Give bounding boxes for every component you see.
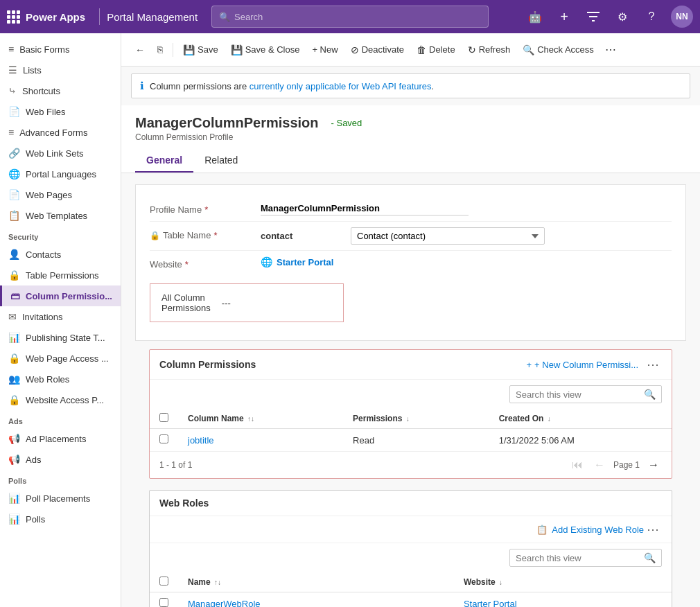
sidebar: ≡ Basic Forms ☰ Lists ⤷ Shortcuts 📄 Web …: [0, 33, 121, 607]
filter-icon[interactable]: [584, 7, 603, 26]
back-icon: ←: [135, 44, 145, 55]
sidebar-item-label: Polls: [26, 514, 45, 525]
prev-page-button[interactable]: ←: [591, 457, 608, 473]
sidebar-item-polls[interactable]: 📊 Polls: [0, 509, 121, 529]
web-roles-actions: 📋 Add Existing Web Role ⋯: [150, 516, 672, 543]
col-header-created-on[interactable]: Created On ↓: [489, 409, 672, 429]
app-grid-button[interactable]: [7, 10, 20, 24]
portal-name: Portal Management: [107, 11, 198, 23]
forward-icon: ⎘: [157, 44, 163, 55]
column-permissions-more[interactable]: ⋯: [644, 357, 662, 372]
sidebar-item-ad-placements[interactable]: 📢 Ad Placements: [0, 428, 121, 449]
avatar[interactable]: NN: [671, 6, 693, 28]
add-icon[interactable]: +: [554, 7, 574, 26]
shortcuts-icon: ⤷: [8, 85, 17, 96]
deactivate-button[interactable]: ⊘ Deactivate: [345, 41, 410, 59]
sidebar-item-table-permissions[interactable]: 🔒 Table Permissions: [0, 265, 121, 285]
next-page-button[interactable]: →: [645, 457, 662, 473]
sidebar-item-web-roles[interactable]: 👥 Web Roles: [0, 369, 121, 389]
sidebar-item-portal-languages[interactable]: 🌐 Portal Languages: [0, 164, 121, 184]
column-permissions-search-box[interactable]: 🔍: [509, 385, 662, 403]
manager-web-role-link[interactable]: ManagerWebRole: [188, 599, 261, 608]
sidebar-item-website-access[interactable]: 🔒 Website Access P...: [0, 389, 121, 410]
column-permissions-search-input[interactable]: [516, 389, 640, 400]
toolbar-more-button[interactable]: ⋯: [601, 39, 620, 60]
sidebar-item-label: Column Permissio...: [26, 291, 112, 301]
row-checkbox[interactable]: [150, 429, 178, 452]
web-link-sets-icon: 🔗: [8, 148, 20, 159]
help-icon[interactable]: ?: [642, 7, 661, 26]
sidebar-item-contacts[interactable]: 👤 Contacts: [0, 244, 121, 265]
col-select-all[interactable]: [150, 409, 178, 429]
polls-icon: 📊: [8, 513, 20, 525]
row-select-checkbox[interactable]: [159, 434, 168, 443]
check-access-button[interactable]: 🔍 Check Access: [517, 41, 600, 59]
top-search-input[interactable]: [234, 12, 481, 22]
settings-icon[interactable]: ⚙: [613, 7, 632, 26]
sidebar-item-lists[interactable]: ☰ Lists: [0, 60, 121, 80]
sidebar-item-web-templates[interactable]: 📋 Web Templates: [0, 205, 121, 226]
search-icon: 🔍: [644, 389, 656, 400]
lists-icon: ☰: [8, 64, 17, 76]
ads-section-header: Ads: [0, 410, 121, 428]
website-link[interactable]: 🌐 Starter Portal: [261, 256, 672, 267]
wr-select-all-checkbox[interactable]: [159, 577, 168, 586]
forward-button[interactable]: ⎘: [152, 41, 168, 58]
profile-name-value: [261, 202, 672, 215]
tab-related[interactable]: Related: [193, 149, 249, 173]
sidebar-item-advanced-forms[interactable]: ≡ Advanced Forms: [0, 122, 121, 143]
sidebar-item-shortcuts[interactable]: ⤷ Shortcuts: [0, 80, 121, 101]
save-button[interactable]: 💾 Save: [177, 41, 224, 59]
record-saved-label: - Saved: [331, 118, 362, 128]
bot-icon[interactable]: 🤖: [525, 7, 545, 26]
wr-col-header-website[interactable]: Website ↓: [454, 572, 672, 592]
globe-icon: 🌐: [261, 256, 272, 267]
add-existing-web-role-button[interactable]: 📋 Add Existing Web Role: [536, 522, 644, 537]
sidebar-item-web-page-access[interactable]: 🔒 Web Page Access ...: [0, 348, 121, 369]
sidebar-item-web-link-sets[interactable]: 🔗 Web Link Sets: [0, 143, 121, 164]
sort-icon: ↓: [499, 579, 502, 586]
add-column-permission-button[interactable]: + + New Column Permissi...: [527, 360, 639, 370]
sidebar-item-poll-placements[interactable]: 📊 Poll Placements: [0, 488, 121, 509]
wr-cell-name: ManagerWebRole: [178, 592, 454, 608]
sidebar-item-web-pages[interactable]: 📄 Web Pages: [0, 184, 121, 205]
refresh-button[interactable]: ↻ Refresh: [462, 41, 516, 59]
wr-col-header-name[interactable]: Name ↑↓: [178, 572, 454, 592]
back-button[interactable]: ←: [130, 41, 150, 59]
top-search-box[interactable]: 🔍: [211, 6, 489, 28]
table-name-row: 🔒 Table Name * contact Contact (contact): [150, 222, 672, 251]
table-name-dropdown[interactable]: Contact (contact): [351, 227, 545, 245]
wr-row-select-checkbox[interactable]: [159, 598, 168, 607]
web-roles-search-box[interactable]: 🔍: [509, 549, 662, 567]
top-nav: Power Apps Portal Management 🔍 🤖 + ⚙ ? N…: [0, 0, 700, 33]
sidebar-item-invitations[interactable]: ✉ Invitations: [0, 306, 121, 327]
sidebar-item-publishing-state[interactable]: 📊 Publishing State T...: [0, 327, 121, 348]
website-label: Website *: [150, 256, 261, 270]
sidebar-item-web-files[interactable]: 📄 Web Files: [0, 101, 121, 122]
sidebar-item-column-permissions[interactable]: 🗃 Column Permissio...: [0, 285, 121, 306]
sidebar-item-basic-forms[interactable]: ≡ Basic Forms: [0, 39, 121, 60]
col-header-permissions[interactable]: Permissions ↓: [343, 409, 489, 429]
banner-link[interactable]: currently only applicable for Web API fe…: [250, 81, 432, 91]
jobtitle-link[interactable]: jobtitle: [188, 435, 214, 446]
select-all-checkbox[interactable]: [159, 413, 168, 422]
contacts-icon: 👤: [8, 249, 20, 260]
web-roles-search-input[interactable]: [516, 553, 640, 563]
starter-portal-link[interactable]: Starter Portal: [464, 599, 517, 608]
delete-button[interactable]: 🗑 Delete: [411, 41, 461, 59]
save-close-button[interactable]: 💾 Save & Close: [225, 41, 306, 59]
wr-col-select-all[interactable]: [150, 572, 178, 592]
sidebar-item-label: Invitations: [22, 312, 63, 322]
col-header-column-name[interactable]: Column Name ↑↓: [178, 409, 343, 429]
web-roles-more[interactable]: ⋯: [644, 522, 662, 537]
wr-row-checkbox[interactable]: [150, 592, 178, 608]
first-page-button[interactable]: ⏮: [569, 457, 586, 473]
tab-general[interactable]: General: [135, 149, 193, 173]
cell-column-name: jobtitle: [178, 429, 343, 452]
profile-name-input[interactable]: [261, 202, 469, 215]
sidebar-item-ads[interactable]: 📢 Ads: [0, 449, 121, 470]
toolbar: ← ⎘ 💾 Save 💾 Save & Close + New ⊘ Deacti…: [121, 33, 700, 67]
new-button[interactable]: + New: [306, 41, 343, 58]
sidebar-item-label: Web Link Sets: [26, 148, 84, 159]
web-roles-icon: 👥: [8, 373, 20, 385]
